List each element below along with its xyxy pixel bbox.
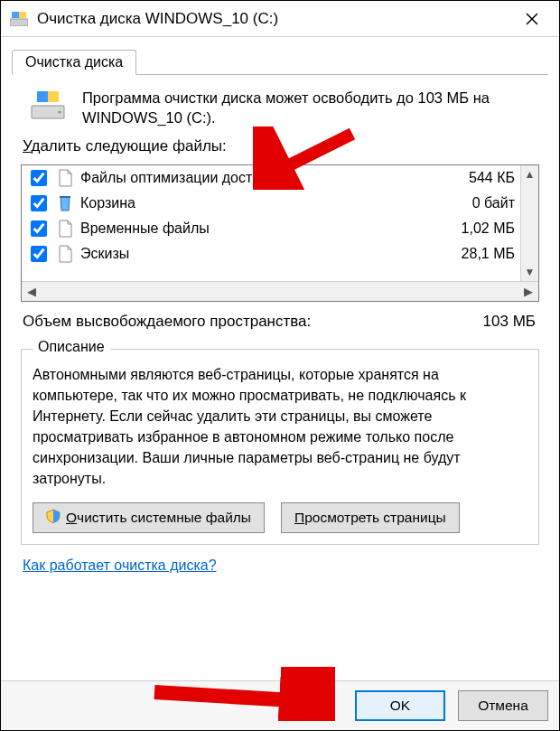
horizontal-scrollbar[interactable]: ◀ ▶	[22, 281, 538, 301]
description-text: Автономными являются веб-страницы, котор…	[33, 364, 527, 490]
files-to-delete-label: Удалить следующие файлы:	[21, 137, 539, 155]
file-checkbox[interactable]	[31, 170, 47, 186]
clean-system-files-label: Очистить системные файлы	[66, 510, 251, 526]
scroll-up-icon[interactable]: ▲	[521, 165, 538, 183]
file-checkbox[interactable]	[31, 220, 47, 237]
client-area: Очистка диска Программа очистки диска мо…	[1, 37, 559, 730]
file-name: Временные файлы	[80, 220, 437, 237]
file-row[interactable]: Эскизы28,1 МБ	[22, 241, 520, 267]
tab-disk-cleanup[interactable]: Очистка диска	[12, 50, 136, 75]
svg-rect-1	[12, 12, 19, 18]
file-name: Корзина	[80, 195, 437, 211]
intro-row: Программа очистки диска может освободить…	[21, 88, 539, 128]
drive-icon	[30, 88, 66, 128]
view-pages-label: Просмотреть страницы	[294, 510, 446, 526]
titlebar: Очистка диска WINDOWS_10 (C:)	[1, 1, 559, 37]
svg-rect-6	[48, 91, 59, 102]
description-legend: Описание	[33, 339, 110, 355]
file-icon	[57, 245, 73, 263]
description-buttons: Очистить системные файлы Просмотреть стр…	[33, 502, 527, 533]
file-size: 0 байт	[444, 195, 515, 211]
svg-line-8	[154, 692, 308, 701]
file-row[interactable]: Файлы оптимизации доставки544 КБ	[22, 165, 520, 191]
close-icon[interactable]	[514, 1, 550, 36]
ok-button[interactable]: OK	[355, 690, 445, 721]
file-name: Файлы оптимизации доставки	[80, 170, 437, 186]
freed-space-row: Объем высвобождаемого пространства: 103 …	[21, 311, 539, 334]
svg-rect-2	[19, 12, 26, 18]
view-pages-button[interactable]: Просмотреть страницы	[281, 502, 460, 533]
vscroll-track[interactable]	[521, 183, 538, 263]
file-name: Эскизы	[80, 246, 437, 262]
disk-cleanup-dialog: Очистка диска WINDOWS_10 (C:) Очистка ди…	[0, 0, 560, 731]
window-title: Очистка диска WINDOWS_10 (C:)	[37, 10, 514, 28]
help-link-row: Как работает очистка диска?	[21, 554, 539, 574]
drive-icon-small	[10, 12, 28, 26]
svg-point-4	[58, 110, 61, 113]
freed-space-value: 103 МБ	[483, 313, 536, 331]
description-group: Описание Автономными являются веб-страни…	[21, 349, 539, 545]
svg-rect-5	[37, 91, 48, 102]
file-row[interactable]: Корзина0 байт	[22, 191, 520, 216]
scroll-right-icon[interactable]: ▶	[518, 282, 538, 301]
file-row[interactable]: Временные файлы1,02 МБ	[22, 216, 520, 241]
freed-space-label: Объем высвобождаемого пространства:	[23, 313, 311, 331]
cancel-button[interactable]: Отмена	[458, 690, 548, 721]
vertical-scrollbar[interactable]: ▲ ▼	[520, 165, 538, 281]
file-checkbox[interactable]	[31, 195, 47, 211]
hscroll-track[interactable]	[42, 282, 518, 301]
dialog-footer: OK Отмена	[1, 680, 559, 730]
files-listbox: Файлы оптимизации доставки544 КБКорзина0…	[21, 164, 539, 302]
shield-icon	[46, 509, 61, 527]
file-rows: Файлы оптимизации доставки544 КБКорзина0…	[22, 165, 520, 281]
tab-body: Программа очистки диска может освободить…	[12, 75, 548, 677]
file-icon	[57, 169, 73, 187]
file-icon	[57, 220, 73, 238]
file-checkbox[interactable]	[31, 246, 47, 262]
clean-system-files-button[interactable]: Очистить системные файлы	[33, 502, 265, 533]
file-size: 544 КБ	[444, 170, 515, 186]
scroll-down-icon[interactable]: ▼	[521, 263, 538, 281]
tabstrip: Очистка диска	[1, 37, 559, 75]
recycle-bin-icon	[57, 194, 73, 212]
how-cleanup-works-link[interactable]: Как работает очистка диска?	[23, 558, 217, 573]
intro-text: Программа очистки диска может освободить…	[82, 88, 536, 128]
scroll-left-icon[interactable]: ◀	[22, 282, 42, 301]
file-size: 28,1 МБ	[444, 246, 515, 262]
svg-rect-0	[10, 19, 28, 26]
file-size: 1,02 МБ	[444, 220, 515, 237]
